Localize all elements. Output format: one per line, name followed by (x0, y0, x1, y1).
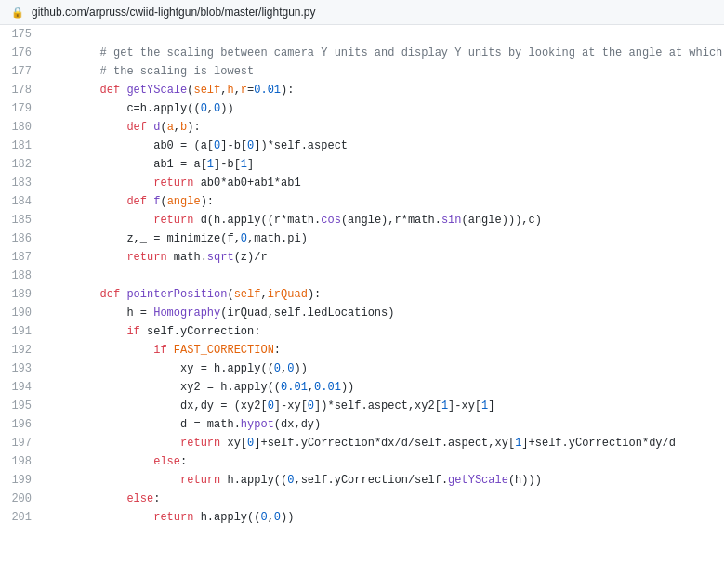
line-content: return d(h.apply((r*math.cos(angle),r*ma… (46, 211, 724, 229)
line-number: 187 (0, 248, 46, 267)
code-line: 192 if FAST_CORRECTION: (0, 341, 724, 359)
line-number: 194 (0, 378, 46, 397)
line-number: 180 (0, 118, 46, 137)
code-line: 186 z,_ = minimize(f,0,math.pi) (0, 229, 724, 248)
line-number: 200 (0, 490, 46, 508)
code-line: 180 def d(a,b): (0, 118, 724, 137)
line-number: 193 (0, 359, 46, 378)
code-line: 191 if self.yCorrection: (0, 322, 724, 341)
line-content: def getYScale(self,h,r=0.01): (46, 81, 724, 99)
line-number: 185 (0, 211, 46, 229)
line-number: 199 (0, 471, 46, 490)
code-line: 178 def getYScale(self,h,r=0.01): (0, 81, 724, 99)
url-bar: github.com/arpruss/cwiid-lightgun/blob/m… (32, 6, 316, 19)
code-line: 181 ab0 = (a[0]-b[0])*self.aspect (0, 137, 724, 155)
lock-icon: 🔒 (11, 7, 24, 19)
line-number: 192 (0, 341, 46, 359)
line-number: 184 (0, 192, 46, 211)
line-number: 188 (0, 267, 46, 285)
line-number: 190 (0, 304, 46, 322)
line-number: 176 (0, 44, 46, 62)
code-line: 183 return ab0*ab0+ab1*ab1 (0, 174, 724, 192)
code-line: 194 xy2 = h.apply((0.01,0.01)) (0, 378, 724, 397)
line-content: d = math.hypot(dx,dy) (46, 415, 724, 434)
line-content: return h.apply((0,0)) (46, 508, 724, 527)
line-content: else: (46, 452, 724, 471)
line-content: return xy[0]+self.yCorrection*dx/d/self.… (46, 434, 724, 452)
code-line: 198 else: (0, 452, 724, 471)
line-content: # the scaling is lowest (46, 62, 724, 81)
browser-bar: 🔒 github.com/arpruss/cwiid-lightgun/blob… (0, 0, 724, 25)
line-number: 182 (0, 155, 46, 174)
line-content: ab1 = a[1]-b[1] (46, 155, 724, 174)
code-line: 197 return xy[0]+self.yCorrection*dx/d/s… (0, 434, 724, 452)
line-number: 177 (0, 62, 46, 81)
code-line: 196 d = math.hypot(dx,dy) (0, 415, 724, 434)
code-line: 188 (0, 267, 724, 285)
code-line: 200 else: (0, 490, 724, 508)
code-line: 179 c=h.apply((0,0)) (0, 99, 724, 118)
line-content: # get the scaling between camera Y units… (46, 44, 724, 62)
line-content: h = Homography(irQuad,self.ledLocations) (46, 304, 724, 322)
code-line: 176 # get the scaling between camera Y u… (0, 44, 724, 62)
code-line: 185 return d(h.apply((r*math.cos(angle),… (0, 211, 724, 229)
code-line: 195 dx,dy = (xy2[0]-xy[0])*self.aspect,x… (0, 397, 724, 415)
line-number: 181 (0, 137, 46, 155)
line-content: else: (46, 490, 724, 508)
line-number: 197 (0, 434, 46, 452)
code-line: 177 # the scaling is lowest (0, 62, 724, 81)
line-number: 201 (0, 508, 46, 527)
line-number: 189 (0, 285, 46, 304)
line-content: dx,dy = (xy2[0]-xy[0])*self.aspect,xy2[1… (46, 397, 724, 415)
code-line: 184 def f(angle): (0, 192, 724, 211)
line-content: return ab0*ab0+ab1*ab1 (46, 174, 724, 192)
line-number: 191 (0, 322, 46, 341)
code-line: 193 xy = h.apply((0,0)) (0, 359, 724, 378)
line-content: z,_ = minimize(f,0,math.pi) (46, 229, 724, 248)
line-content: return math.sqrt(z)/r (46, 248, 724, 267)
line-number: 196 (0, 415, 46, 434)
line-content: xy = h.apply((0,0)) (46, 359, 724, 378)
line-content: xy2 = h.apply((0.01,0.01)) (46, 378, 724, 397)
code-line: 182 ab1 = a[1]-b[1] (0, 155, 724, 174)
line-number: 179 (0, 99, 46, 118)
line-content: c=h.apply((0,0)) (46, 99, 724, 118)
code-line: 175 (0, 25, 724, 44)
code-line: 190 h = Homography(irQuad,self.ledLocati… (0, 304, 724, 322)
code-line: 199 return h.apply((0,self.yCorrection/s… (0, 471, 724, 490)
line-number: 186 (0, 229, 46, 248)
line-content: if FAST_CORRECTION: (46, 341, 724, 359)
code-line: 189 def pointerPosition(self,irQuad): (0, 285, 724, 304)
line-content: def f(angle): (46, 192, 724, 211)
line-content: def pointerPosition(self,irQuad): (46, 285, 724, 304)
line-number: 195 (0, 397, 46, 415)
line-number: 175 (0, 25, 46, 44)
line-number: 198 (0, 452, 46, 471)
code-line: 201 return h.apply((0,0)) (0, 508, 724, 527)
line-content: def d(a,b): (46, 118, 724, 137)
line-number: 183 (0, 174, 46, 192)
line-content: return h.apply((0,self.yCorrection/self.… (46, 471, 724, 490)
code-line: 187 return math.sqrt(z)/r (0, 248, 724, 267)
line-content: ab0 = (a[0]-b[0])*self.aspect (46, 137, 724, 155)
line-content: if self.yCorrection: (46, 322, 724, 341)
code-container: 175 176 # get the scaling between camera… (0, 25, 724, 527)
line-number: 178 (0, 81, 46, 99)
